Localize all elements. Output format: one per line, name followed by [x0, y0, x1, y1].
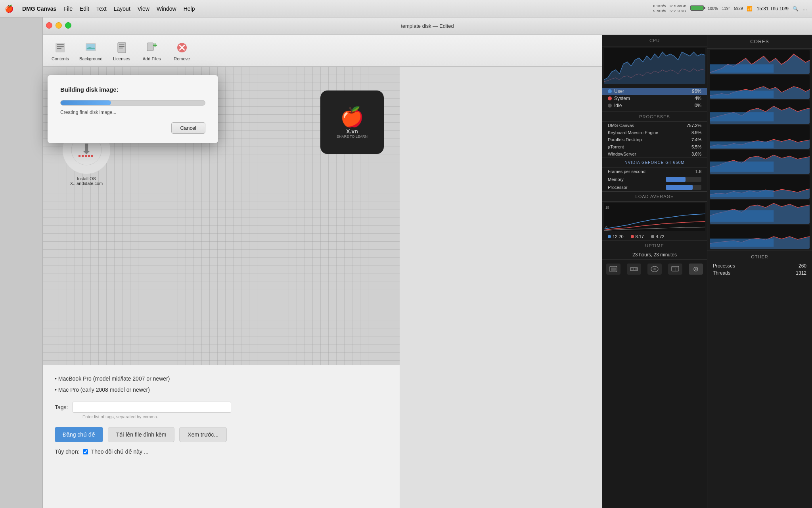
process-pct-1: 8.9%	[691, 130, 701, 135]
upload-button[interactable]: Tải lên file đính kèm	[108, 427, 175, 442]
core-graph-3	[710, 100, 810, 124]
build-dialog: Building disk image: Creating final disk…	[48, 75, 218, 143]
toolbar-contents[interactable]: Contents	[49, 40, 71, 61]
maximize-button[interactable]	[65, 22, 71, 29]
process-name-0: DMG Canvas	[608, 123, 634, 128]
menu-item-dmgcanvas[interactable]: DMG Canvas	[22, 6, 56, 12]
window-titlebar: template disk — Edited	[43, 17, 812, 35]
idle-dot	[608, 104, 612, 108]
process-pct-3: 5.5%	[691, 144, 701, 149]
sys-stats-network: 6.1KB/s5.7KB/s	[653, 4, 666, 13]
bullet-text: • MacBook Pro (model mid/late 2007 or ne…	[55, 373, 388, 395]
install-label: Install OS X...andidate.com	[63, 176, 110, 186]
system-dot	[608, 96, 612, 100]
bullet-1: • MacBook Pro (model mid/late 2007 or ne…	[55, 373, 388, 384]
settings-icon-btn[interactable]	[689, 264, 703, 275]
svg-point-27	[653, 268, 656, 270]
disk-icon-btn[interactable]	[647, 264, 662, 275]
other-processes-row: Processes 260	[713, 262, 806, 269]
load-num-1: 8.17	[631, 234, 644, 239]
svg-rect-47	[710, 162, 774, 172]
processes-value: 260	[799, 263, 806, 269]
gpu-fps-label: Frames per second	[608, 169, 645, 174]
tags-input[interactable]	[73, 402, 231, 413]
wifi-icon: 📶	[747, 6, 753, 12]
menu-item-view[interactable]: View	[138, 6, 149, 12]
clock-display: 15:31 Thu 10/9	[756, 6, 789, 12]
cpu-panel: CPU User 96%	[602, 35, 707, 508]
svg-rect-5	[86, 44, 95, 50]
menu-item-edit[interactable]: Edit	[80, 6, 89, 12]
menu-item-file[interactable]: File	[63, 6, 73, 12]
toolbar-remove[interactable]: Remove	[171, 40, 193, 61]
process-name-1: Keyboard Maestro Engine	[608, 130, 658, 135]
network-icon-btn[interactable]	[668, 264, 682, 275]
remove-icon	[175, 40, 189, 55]
add-files-icon	[145, 40, 159, 55]
svg-text:⬇: ⬇	[80, 141, 92, 157]
apple-menu-icon[interactable]: 🍎	[5, 4, 13, 13]
process-pct-2: 7.4%	[691, 137, 701, 142]
progress-bar-container	[60, 100, 205, 106]
process-windowserver: WindowServer 3.6%	[602, 150, 707, 158]
cancel-button[interactable]: Cancel	[171, 122, 205, 134]
uptime-value: 23 hours, 23 minutes	[602, 250, 707, 259]
menu-item-text[interactable]: Text	[96, 6, 107, 12]
core-graph-7	[710, 200, 810, 224]
system-pct: 4%	[695, 96, 701, 101]
menu-item-layout[interactable]: Layout	[114, 6, 130, 12]
svg-rect-2	[57, 46, 64, 47]
follow-checkbox[interactable]	[83, 449, 88, 454]
svg-rect-24	[635, 268, 636, 270]
licenses-icon	[115, 40, 129, 55]
minimize-button[interactable]	[56, 22, 62, 29]
legend-user[interactable]: User 96%	[602, 88, 707, 95]
add-files-label: Add Files	[143, 56, 161, 61]
menu-item-window[interactable]: Window	[157, 6, 176, 12]
notification-icon[interactable]: …	[802, 6, 807, 12]
osxvn-subtext: SHARE TO LEARN	[337, 135, 368, 139]
bullet-2: • Mac Pro (early 2008 model or newer)	[55, 384, 388, 395]
legend-idle[interactable]: Idle 0%	[608, 102, 701, 109]
process-name-3: µTorrent	[608, 144, 624, 149]
traffic-lights	[46, 22, 71, 29]
dialog-title: Building disk image:	[60, 86, 205, 93]
toolbar-add-files[interactable]: Add Files	[141, 40, 163, 61]
gpu-memory-row: Memory	[602, 175, 707, 183]
cores-panel: CORES	[707, 35, 812, 508]
gpu-processor-bar	[666, 185, 701, 190]
gpu-memory-label: Memory	[608, 177, 624, 182]
apple-logo-icon: 🍎	[340, 106, 364, 128]
toolbar-licenses[interactable]: Licenses	[111, 40, 133, 61]
toolbar-background[interactable]: Background	[79, 40, 103, 61]
post-button[interactable]: Đăng chủ đề	[55, 427, 103, 442]
other-threads-row: Threads 1312	[713, 269, 806, 277]
svg-rect-38	[710, 90, 774, 98]
user-pct: 96%	[692, 89, 701, 94]
svg-rect-7	[119, 44, 124, 45]
search-icon[interactable]: 🔍	[793, 6, 799, 12]
svg-rect-41	[710, 112, 774, 121]
menu-item-help[interactable]: Help	[184, 6, 195, 12]
osxvn-icon-item[interactable]: 🍎 X.vn SHARE TO LEARN	[320, 90, 384, 154]
idle-pct: 0%	[695, 103, 701, 108]
gpu-memory-bar	[666, 177, 701, 182]
legend-system[interactable]: System 4%	[608, 95, 701, 102]
bottom-area: • MacBook Pro (model mid/late 2007 or ne…	[43, 365, 400, 508]
svg-rect-56	[710, 239, 774, 247]
processes-label: Processes	[713, 263, 735, 269]
tags-hint: Enter list of tags, separated by comma.	[82, 414, 388, 419]
preview-button[interactable]: Xem trước...	[179, 427, 227, 442]
sys-stats-memory: U: 5.38GB5: 2.61GB	[670, 4, 686, 13]
system-label: System	[614, 96, 630, 101]
other-header: OTHER	[713, 254, 806, 259]
uptime-title: UPTIME	[602, 241, 707, 250]
close-button[interactable]	[46, 22, 52, 29]
core-graph-6	[710, 175, 810, 199]
process-parallels: Parallels Desktop 7.4%	[602, 136, 707, 143]
gpu-processor-label: Processor	[608, 185, 628, 190]
memory-icon-btn[interactable]	[627, 264, 641, 275]
cpu-icon-btn[interactable]	[606, 264, 620, 275]
load-graph: 15 0	[604, 203, 705, 231]
window-title: template disk — Edited	[401, 23, 454, 29]
